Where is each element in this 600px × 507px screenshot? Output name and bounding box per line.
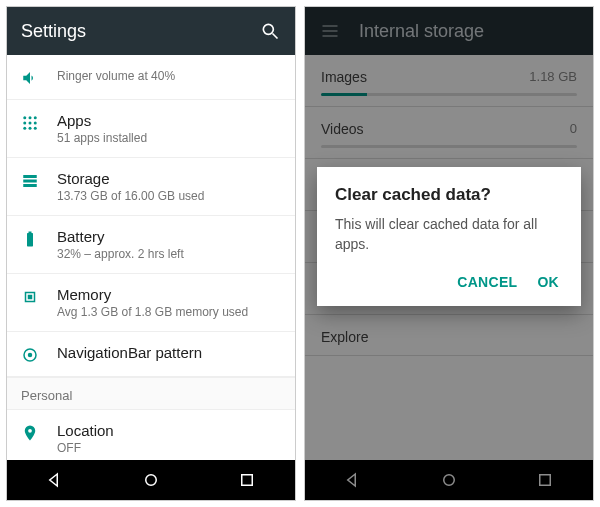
nav-home-icon[interactable]: [141, 470, 161, 490]
row-apps-title: Apps: [57, 112, 281, 129]
storage-icon: [21, 170, 57, 190]
svg-rect-13: [23, 184, 37, 187]
svg-rect-12: [23, 180, 37, 183]
search-icon[interactable]: [259, 20, 281, 42]
row-location-sub: OFF: [57, 441, 281, 455]
row-storage-title: Storage: [57, 170, 281, 187]
svg-point-10: [34, 127, 37, 130]
dialog-message: This will clear cached data for all apps…: [335, 215, 563, 254]
nav-back-icon[interactable]: [45, 470, 65, 490]
row-storage-sub: 13.73 GB of 16.00 GB used: [57, 189, 281, 203]
settings-list[interactable]: Ringer volume at 40% Apps 51 apps instal…: [7, 55, 295, 460]
volume-icon: [21, 67, 57, 87]
dialog-cancel-button[interactable]: CANCEL: [457, 274, 517, 290]
row-location[interactable]: Location OFF: [7, 410, 295, 460]
row-apps[interactable]: Apps 51 apps installed: [7, 100, 295, 158]
row-sound[interactable]: Ringer volume at 40%: [7, 55, 295, 100]
svg-point-5: [23, 122, 26, 125]
svg-rect-11: [23, 175, 37, 178]
svg-line-1: [273, 34, 278, 39]
svg-point-17: [28, 353, 33, 358]
storage-screen: Internal storage Images1.18 GBVideos0Aud…: [304, 6, 594, 501]
dialog-title: Clear cached data?: [335, 185, 563, 205]
svg-point-2: [23, 116, 26, 119]
row-memory-sub: Avg 1.3 GB of 1.8 GB memory used: [57, 305, 281, 319]
row-navbar-title: NavigationBar pattern: [57, 344, 281, 361]
row-memory-title: Memory: [57, 286, 281, 303]
svg-point-8: [23, 127, 26, 130]
svg-point-3: [29, 116, 32, 119]
settings-appbar: Settings: [7, 7, 295, 55]
location-icon: [21, 422, 57, 442]
row-battery-sub: 32% – approx. 2 hrs left: [57, 247, 281, 261]
clear-cache-dialog: Clear cached data? This will clear cache…: [317, 167, 581, 306]
settings-screen: Settings Ringer volume at 40% Apps: [6, 6, 296, 501]
row-location-title: Location: [57, 422, 281, 439]
row-battery-title: Battery: [57, 228, 281, 245]
row-memory[interactable]: Memory Avg 1.3 GB of 1.8 GB memory used: [7, 274, 295, 332]
row-battery[interactable]: Battery 32% – approx. 2 hrs left: [7, 216, 295, 274]
row-navbar-pattern[interactable]: NavigationBar pattern: [7, 332, 295, 377]
apps-icon: [21, 112, 57, 132]
navbar-icon: [21, 344, 57, 364]
android-navbar: [7, 460, 295, 500]
svg-point-0: [263, 24, 273, 34]
svg-rect-19: [242, 475, 253, 486]
svg-point-4: [34, 116, 37, 119]
section-personal: Personal: [7, 377, 295, 410]
settings-title: Settings: [21, 21, 259, 42]
svg-point-18: [146, 475, 157, 486]
memory-icon: [21, 286, 57, 306]
svg-point-6: [29, 122, 32, 125]
dialog-ok-button[interactable]: OK: [537, 274, 559, 290]
row-sound-sub: Ringer volume at 40%: [57, 69, 281, 83]
svg-point-9: [29, 127, 32, 130]
nav-recent-icon[interactable]: [237, 470, 257, 490]
battery-icon: [21, 228, 57, 248]
row-storage[interactable]: Storage 13.73 GB of 16.00 GB used: [7, 158, 295, 216]
svg-rect-15: [28, 295, 33, 300]
row-apps-sub: 51 apps installed: [57, 131, 281, 145]
svg-point-7: [34, 122, 37, 125]
